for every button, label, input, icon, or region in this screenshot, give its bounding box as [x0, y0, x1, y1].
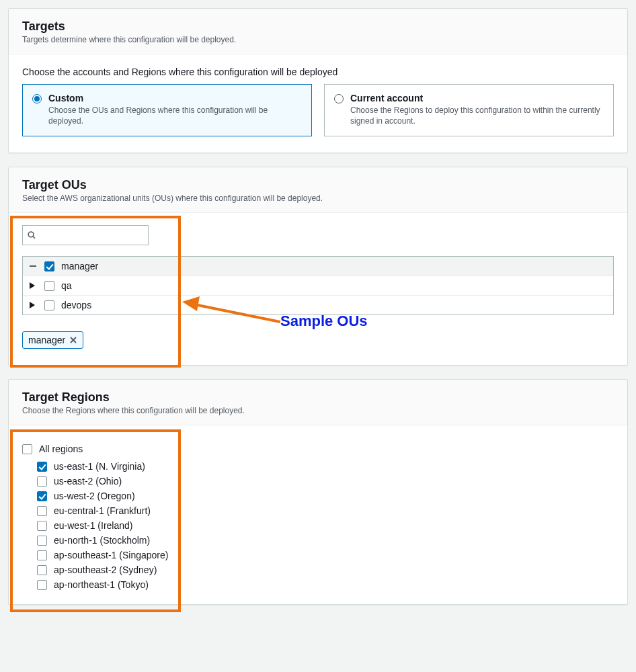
checkbox-icon[interactable] — [37, 491, 47, 501]
targets-choose-label: Choose the accounts and Regions where th… — [22, 67, 614, 77]
region-label: us-east-2 (Ohio) — [54, 476, 122, 487]
region-item[interactable]: eu-west-1 (Ireland) — [37, 518, 614, 533]
radio-icon — [334, 94, 344, 103]
svg-marker-3 — [30, 282, 35, 289]
all-regions-item[interactable]: All regions — [22, 442, 614, 456]
checkbox-icon[interactable] — [37, 462, 47, 472]
target-option-desc: Choose the OUs and Regions where this co… — [48, 105, 302, 126]
target-option-title: Current account — [350, 93, 604, 103]
region-item[interactable]: ap-southeast-2 (Sydney) — [37, 562, 614, 577]
region-label: ap-northeast-1 (Tokyo) — [54, 579, 149, 590]
region-label: eu-central-1 (Frankfurt) — [54, 505, 151, 516]
svg-marker-4 — [30, 302, 35, 308]
ou-label: manager — [61, 261, 98, 271]
target-option-current-account[interactable]: Current account Choose the Regions to de… — [324, 84, 614, 136]
checkbox-icon[interactable] — [37, 580, 47, 590]
target-option-desc: Choose the Regions to deploy this config… — [350, 105, 604, 126]
targets-desc: Targets determine where this configurati… — [22, 35, 614, 44]
checkbox-icon[interactable] — [44, 281, 54, 291]
dash-icon[interactable] — [30, 265, 38, 267]
region-list: All regions us-east-1 (N. Virginia)us-ea… — [22, 442, 614, 592]
caret-right-icon[interactable] — [30, 282, 38, 289]
targets-panel: Targets Targets determine where this con… — [8, 8, 628, 153]
target-regions-desc: Choose the Regions where this configurat… — [22, 406, 614, 415]
checkbox-icon[interactable] — [37, 476, 47, 487]
region-item[interactable]: eu-north-1 (Stockholm) — [37, 533, 614, 548]
checkbox-icon[interactable] — [37, 506, 47, 516]
region-item[interactable]: ap-northeast-1 (Tokyo) — [37, 577, 614, 592]
region-label: ap-southeast-2 (Sydney) — [54, 564, 157, 575]
svg-marker-8 — [182, 296, 200, 311]
region-children: us-east-1 (N. Virginia)us-east-2 (Ohio)u… — [37, 459, 614, 592]
region-item[interactable]: us-east-1 (N. Virginia) — [37, 459, 614, 474]
target-ous-desc: Select the AWS organizational units (OUs… — [22, 194, 614, 203]
target-ous-body: managerqadevops manager Sample OUs — [9, 213, 627, 365]
checkbox-icon[interactable] — [44, 300, 54, 310]
ou-label: devops — [61, 300, 91, 310]
search-icon — [28, 230, 36, 240]
ou-search-input[interactable] — [40, 229, 143, 241]
region-label: us-east-1 (N. Virginia) — [54, 461, 145, 472]
caret-right-icon[interactable] — [30, 302, 38, 308]
region-item[interactable]: ap-southeast-1 (Singapore) — [37, 548, 614, 562]
checkbox-icon[interactable] — [37, 536, 47, 546]
ou-tree: managerqadevops — [22, 256, 614, 315]
target-regions-header: Target Regions Choose the Regions where … — [9, 380, 627, 425]
arrow-icon — [182, 295, 280, 327]
ou-row[interactable]: manager — [23, 257, 613, 276]
region-item[interactable]: eu-central-1 (Frankfurt) — [37, 503, 614, 518]
svg-line-7 — [194, 304, 280, 322]
annotation-label: Sample OUs — [280, 312, 368, 330]
svg-line-1 — [33, 237, 35, 239]
ou-search-box[interactable] — [22, 225, 149, 245]
checkbox-icon[interactable] — [44, 261, 54, 271]
all-regions-label: All regions — [39, 444, 83, 454]
target-ous-panel: Target OUs Select the AWS organizational… — [8, 167, 628, 366]
target-ous-title: Target OUs — [22, 178, 614, 192]
target-option-custom[interactable]: Custom Choose the OUs and Regions where … — [22, 84, 312, 136]
region-label: eu-north-1 (Stockholm) — [54, 535, 150, 546]
ou-chip[interactable]: manager — [22, 331, 83, 349]
targets-header: Targets Targets determine where this con… — [9, 9, 627, 54]
targets-body: Choose the accounts and Regions where th… — [9, 54, 627, 153]
target-option-title: Custom — [48, 93, 302, 103]
target-ous-header: Target OUs Select the AWS organizational… — [9, 167, 627, 213]
target-regions-body: All regions us-east-1 (N. Virginia)us-ea… — [9, 425, 627, 604]
ou-label: qa — [61, 280, 72, 291]
checkbox-icon[interactable] — [22, 444, 32, 454]
target-regions-panel: Target Regions Choose the Regions where … — [8, 379, 628, 605]
ou-row[interactable]: qa — [23, 276, 613, 295]
checkbox-icon[interactable] — [37, 550, 47, 560]
close-icon[interactable] — [69, 336, 77, 344]
region-label: eu-west-1 (Ireland) — [54, 520, 133, 531]
ou-chip-label: manager — [28, 335, 65, 345]
checkbox-icon[interactable] — [37, 565, 47, 575]
checkbox-icon[interactable] — [37, 521, 47, 531]
target-choice-row: Custom Choose the OUs and Regions where … — [22, 84, 614, 136]
region-item[interactable]: us-east-2 (Ohio) — [37, 474, 614, 489]
targets-title: Targets — [22, 19, 614, 34]
region-label: us-west-2 (Oregon) — [54, 491, 135, 501]
target-regions-title: Target Regions — [22, 390, 614, 405]
radio-icon — [32, 94, 42, 103]
region-label: ap-southeast-1 (Singapore) — [54, 550, 168, 560]
svg-rect-2 — [30, 265, 36, 267]
region-item[interactable]: us-west-2 (Oregon) — [37, 489, 614, 503]
ou-row[interactable]: devops — [23, 295, 613, 314]
